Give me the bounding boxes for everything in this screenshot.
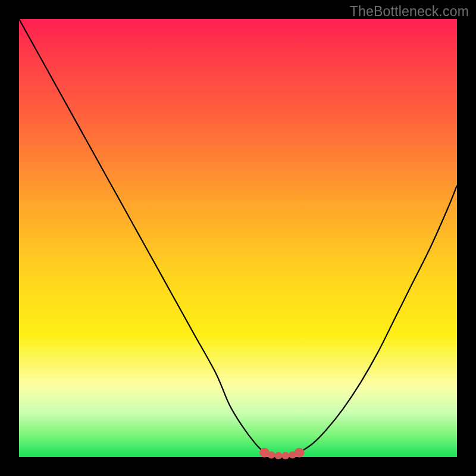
marker-strip [264, 453, 299, 456]
chart-frame: TheBottleneck.com [0, 0, 476, 476]
left-curve [19, 19, 264, 453]
curve-layer [19, 19, 457, 457]
gradient-plot-area [19, 19, 457, 457]
watermark-text: TheBottleneck.com [350, 4, 469, 20]
right-curve [299, 186, 457, 453]
